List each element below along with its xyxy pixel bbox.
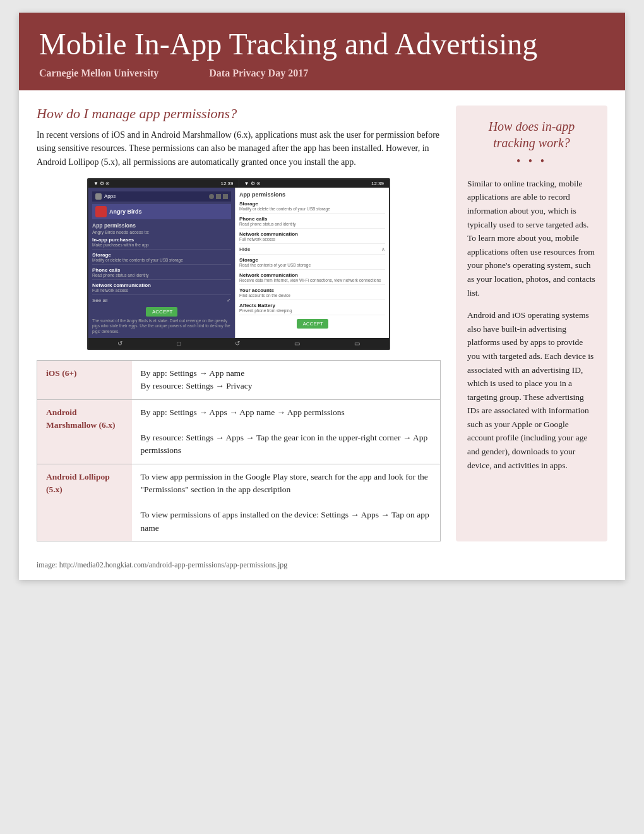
- rperm-battery: Affects Battery Prevent phone from sleep…: [239, 303, 385, 315]
- header-subtitle: Carnegie Mellon University Data Privacy …: [39, 68, 605, 79]
- perm-storage-left: Storage Modify or delete the contents of…: [92, 252, 231, 265]
- rperm-hide: Hide ∧: [239, 246, 385, 255]
- right-perms-title: App permissions: [239, 191, 385, 198]
- app-screenshot: ▼ ⚙ ⊙ 12:39 ▼ ⚙ ⊙ 12:39 Apps: [87, 178, 390, 350]
- rperm-storage2: Storage Read the contents of your USB st…: [239, 257, 385, 270]
- apps-label: Apps: [104, 193, 116, 199]
- screenshot-right-panel: App permissions Storage Modify or delete…: [235, 188, 389, 338]
- nav-forward-icon: ▭: [354, 340, 360, 347]
- rperm-storage: Storage Modify or delete the contents of…: [239, 201, 385, 214]
- lollipop-content: To view app permission in the Google Pla…: [132, 464, 441, 541]
- perm-in-app-purchases: In-app purchases Make purchases within t…: [92, 237, 231, 250]
- grid-icon: [216, 194, 221, 199]
- table-row-android-lollipop: Android Lollipop (5.x) To view app permi…: [37, 464, 441, 541]
- phone-nav-bar: ↺ □ ↺ ▭ ▭: [88, 338, 389, 349]
- right-paragraph-2: Android and iOS operating systems also h…: [467, 308, 596, 472]
- header: Mobile In-App Tracking and Advertising C…: [19, 13, 625, 90]
- app-icon: [95, 206, 107, 217]
- statusbar-left-time: 12:39: [220, 181, 233, 186]
- statusbar-left-signal: ▼ ⚙ ⊙: [93, 181, 110, 186]
- footer: image: http://media02.hongkiat.com/andro…: [19, 554, 625, 580]
- statusbar-right-time: 12:39: [371, 181, 384, 186]
- screenshot-body: Apps Angry Birds App permissions: [88, 188, 389, 338]
- statusbar-right-signal: ▼ ⚙ ⊙: [244, 181, 261, 186]
- decorative-dots: • • •: [467, 155, 596, 168]
- rperm-accounts: Your accounts Find accounts on the devic…: [239, 287, 385, 300]
- permissions-heading: How do I manage app permissions?: [37, 106, 441, 122]
- rperm-network: Network communication Full network acces…: [239, 231, 385, 244]
- permissions-table: iOS (6+) By app: Settings → App name By …: [37, 360, 441, 541]
- right-column: How does in-app tracking work? • • • Sim…: [456, 106, 607, 541]
- apps-icon: [95, 193, 102, 200]
- see-all-row: See all ✓: [92, 298, 231, 303]
- perm-network-left: Network communication Full network acces…: [92, 282, 231, 295]
- lollipop-label: Android Lollipop (5.x): [37, 464, 132, 541]
- table-row-ios: iOS (6+) By app: Settings → App name By …: [37, 361, 441, 400]
- accept-button-left[interactable]: ACCEPT: [146, 307, 177, 317]
- university-label: Carnegie Mellon University: [39, 68, 158, 79]
- app-header: Angry Birds: [92, 204, 231, 219]
- nav-recent-icon: ↺: [235, 340, 240, 347]
- screenshot-left-panel: Apps Angry Birds App permissions: [88, 188, 235, 338]
- share-icon: [223, 194, 228, 199]
- footer-image-credit: image: http://media02.hongkiat.com/andro…: [37, 560, 287, 569]
- page: Mobile In-App Tracking and Advertising C…: [19, 13, 625, 580]
- game-description: The survival of the Angry Birds is at st…: [92, 318, 231, 334]
- ios-content: By app: Settings → App name By resource:…: [132, 361, 441, 400]
- nav-back-icon: ↺: [117, 340, 122, 347]
- right-body-text: Similar to online tracking, mobile appli…: [467, 177, 596, 472]
- tracking-heading: How does in-app tracking work?: [467, 118, 596, 151]
- app-name: Angry Birds: [109, 208, 142, 215]
- page-title: Mobile In-App Tracking and Advertising: [39, 28, 605, 61]
- search-icon: [209, 194, 214, 199]
- left-column: How do I manage app permissions? In rece…: [37, 106, 456, 541]
- table-row-android-marshmallow: Android Marshmallow (6.x) By app: Settin…: [37, 399, 441, 464]
- main-content: How do I manage app permissions? In rece…: [19, 90, 625, 554]
- rperm-phone-calls: Phone calls Read phone status and identi…: [239, 216, 385, 229]
- rperm-network2: Network communication Receive data from …: [239, 272, 385, 285]
- accept-button-right[interactable]: ACCEPT: [297, 319, 328, 329]
- right-paragraph-1: Similar to online tracking, mobile appli…: [467, 177, 596, 299]
- nav-menu-icon: ▭: [294, 340, 300, 347]
- nav-home-icon: □: [177, 340, 181, 347]
- ios-label: iOS (6+): [37, 361, 132, 400]
- screenshot-toolbar: Apps: [92, 191, 231, 202]
- event-label: Data Privacy Day 2017: [209, 68, 308, 79]
- intro-paragraph: In recent versions of iOS and in Android…: [37, 128, 441, 169]
- marshmallow-label: Android Marshmallow (6.x): [37, 399, 132, 464]
- left-perms-title: App permissions: [92, 222, 231, 229]
- perm-phone-calls-left: Phone calls Read phone status and identi…: [92, 267, 231, 280]
- marshmallow-content: By app: Settings → Apps → App name → App…: [132, 399, 441, 464]
- perms-subtitle: Angry Birds needs access to:: [92, 230, 231, 234]
